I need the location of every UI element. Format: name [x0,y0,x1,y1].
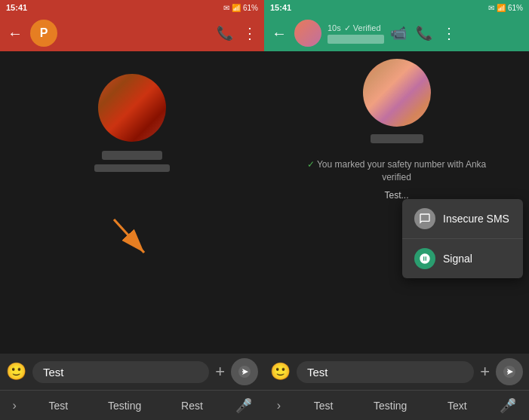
right-keyboard-bar: › Test Testing Text 🎤 [264,390,529,420]
right-profile-section [264,51,529,143]
left-plus-button[interactable]: + [215,362,225,382]
right-back-button[interactable]: ← [270,25,288,42]
right-keyboard-chevron[interactable]: › [277,399,281,412]
right-verified-message: ✓ You marked your safety number with Ank… [276,158,517,184]
right-insecure-sms-icon [414,208,435,229]
right-battery-icon: 61% [508,4,523,12]
left-keyboard-chevron[interactable]: › [12,399,16,412]
left-back-button[interactable]: ← [6,25,24,42]
svg-line-1 [114,219,144,253]
left-top-icons: 📞 ⋮ [217,24,258,42]
right-timer-verified: 10s ✓ Verified [328,23,384,33]
left-suggestion-rest[interactable]: Rest [174,397,211,415]
right-text-input[interactable] [297,361,474,383]
right-suggestion-test[interactable]: Test [306,397,341,415]
right-send-button[interactable] [496,358,523,385]
left-emoji-button[interactable]: 🙂 [6,362,26,382]
right-panel: 15:41 ✉ 📶 61% ← 10s ✓ Verified 📹 📞 ⋮ [264,0,529,420]
left-mic-button[interactable]: 🎤 [235,397,252,414]
right-top-icons: 📹 📞 ⋮ [390,24,457,42]
right-avatar-img [294,20,321,47]
left-more-button[interactable]: ⋮ [242,24,258,42]
right-verified-message-text: You marked your safety number with Anka … [317,159,486,182]
left-suggestion-testing[interactable]: Testing [100,397,149,415]
right-send-icon [503,366,515,378]
left-chat-area [0,51,264,354]
right-more-button[interactable]: ⋮ [441,24,457,42]
left-text-input[interactable] [32,361,209,383]
right-status-time: 15:41 [270,3,291,12]
right-timer: 10s [328,23,341,32]
right-status-bar: 15:41 ✉ 📶 61% [264,0,529,15]
left-call-button[interactable]: 📞 [217,25,233,41]
left-avatar: P [30,20,57,47]
message-icon: ✉ [223,4,229,12]
left-status-bar: 15:41 ✉ 📶 61% [0,0,264,15]
right-signal-icon [414,248,435,269]
left-send-icon [238,366,251,378]
right-verified-message-container: ✓ You marked your safety number with Ank… [264,158,529,184]
right-video-button[interactable]: 📹 [390,25,407,41]
left-status-time: 15:41 [6,3,27,12]
left-name-blur-2 [94,164,170,172]
left-name-blur-1 [102,151,162,160]
right-insecure-sms-label: Insecure SMS [443,213,509,225]
left-input-bar: 🙂 + [0,354,264,390]
right-avatar [294,20,321,47]
right-signal-label: Signal [443,253,472,265]
right-verified-label: ✓ Verified [344,23,381,33]
left-profile-avatar [98,74,166,142]
right-input-bar: 🙂 + [264,354,529,390]
left-panel: 15:41 ✉ 📶 61% ← P 📞 ⋮ [0,0,264,420]
right-call-button[interactable]: 📞 [416,25,432,41]
right-mic-button[interactable]: 🎤 [500,397,516,414]
right-emoji-button[interactable]: 🙂 [270,362,291,382]
right-popup-insecure-sms[interactable]: Insecure SMS [402,199,523,239]
right-status-icons: ✉ 📶 61% [488,4,523,12]
right-message-icon: ✉ [488,4,494,12]
left-profile-section [0,51,264,172]
right-plus-button[interactable]: + [480,362,490,382]
right-suggestion-text[interactable]: Text [440,397,475,415]
left-status-icons: ✉ 📶 61% [223,4,258,12]
right-name-blur [371,134,423,143]
battery-icon: 61% [243,4,258,12]
right-chat-area: ✓ You marked your safety number with Ank… [264,51,529,354]
right-top-bar: ← 10s ✓ Verified 📹 📞 ⋮ [264,15,529,51]
right-signal-icon: 📶 [497,4,506,12]
arrow-icon [102,207,162,268]
left-top-bar: ← P 📞 ⋮ [0,15,264,51]
signal-icon: 📶 [232,4,241,12]
right-popup-menu: Insecure SMS Signal [402,199,523,278]
right-contact-name-blur [328,35,384,44]
right-verified-info: 10s ✓ Verified [328,23,384,44]
right-profile-avatar [363,59,431,127]
arrow-container [102,207,162,271]
right-popup-signal[interactable]: Signal [402,239,523,278]
right-suggestion-testing[interactable]: Testing [366,397,414,415]
left-suggestion-test[interactable]: Test [41,397,75,415]
right-checkmark: ✓ [307,159,315,170]
left-keyboard-bar: › Test Testing Rest 🎤 [0,390,264,420]
left-send-button[interactable] [231,358,258,385]
